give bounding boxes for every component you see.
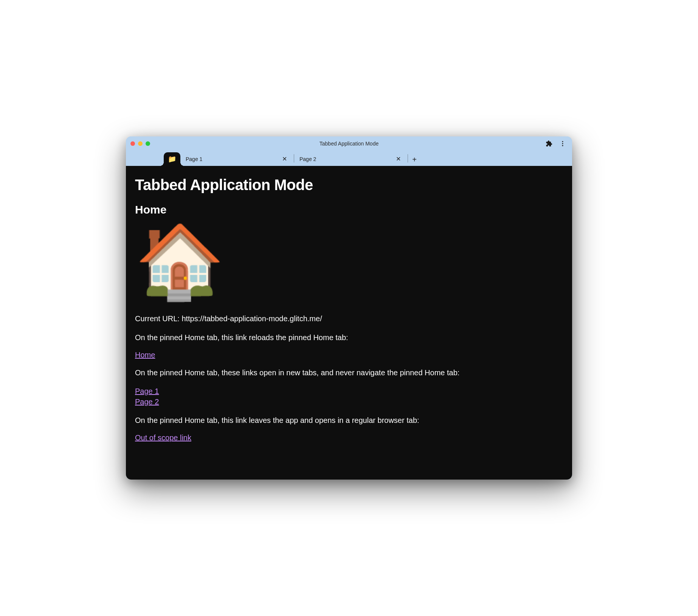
pinned-home-tab[interactable]: 📁 xyxy=(164,152,180,166)
paragraph-new-tabs: On the pinned Home tab, these links open… xyxy=(135,367,563,378)
link-out-of-scope[interactable]: Out of scope link xyxy=(135,433,191,442)
minimize-window-button[interactable] xyxy=(138,141,143,146)
titlebar-actions xyxy=(546,140,568,147)
close-icon[interactable]: ✕ xyxy=(281,155,289,163)
tab-page-2[interactable]: Page 2 ✕ xyxy=(294,152,408,166)
svg-point-0 xyxy=(562,141,563,142)
app-window: Tabbed Application Mode 📁 Page 1 ✕ Page … xyxy=(126,136,572,480)
paragraph-home-tab-reload: On the pinned Home tab, this link reload… xyxy=(135,332,563,343)
svg-point-2 xyxy=(562,145,563,146)
page-content: Tabbed Application Mode Home 🏠 Current U… xyxy=(126,166,572,480)
tab-label: Page 1 xyxy=(186,156,281,162)
page-title: Tabbed Application Mode xyxy=(135,176,563,193)
tab-strip: 📁 Page 1 ✕ Page 2 ✕ + xyxy=(126,151,572,166)
window-title: Tabbed Application Mode xyxy=(320,141,378,147)
extensions-icon[interactable] xyxy=(546,140,552,147)
window-controls xyxy=(130,141,150,146)
link-home[interactable]: Home xyxy=(135,351,155,359)
svg-point-1 xyxy=(562,143,563,144)
titlebar: Tabbed Application Mode xyxy=(126,136,572,151)
close-icon[interactable]: ✕ xyxy=(394,155,402,163)
link-page-2[interactable]: Page 2 xyxy=(135,396,563,407)
folder-icon: 📁 xyxy=(168,155,176,163)
close-window-button[interactable] xyxy=(130,141,135,146)
paragraph-out-of-scope: On the pinned Home tab, this link leaves… xyxy=(135,415,563,426)
current-url-value: https://tabbed-application-mode.glitch.m… xyxy=(181,314,322,323)
tab-page-1[interactable]: Page 1 ✕ xyxy=(180,152,294,166)
maximize-window-button[interactable] xyxy=(146,141,150,146)
new-tab-button[interactable]: + xyxy=(408,153,421,166)
house-icon: 🏠 xyxy=(135,225,563,297)
page-subtitle: Home xyxy=(135,203,563,216)
kebab-menu-icon[interactable] xyxy=(559,140,566,147)
plus-icon: + xyxy=(412,155,417,164)
tab-label: Page 2 xyxy=(299,156,394,162)
current-url-label: Current URL: xyxy=(135,314,181,323)
link-page-1[interactable]: Page 1 xyxy=(135,386,563,396)
current-url-text: Current URL: https://tabbed-application-… xyxy=(135,313,563,324)
